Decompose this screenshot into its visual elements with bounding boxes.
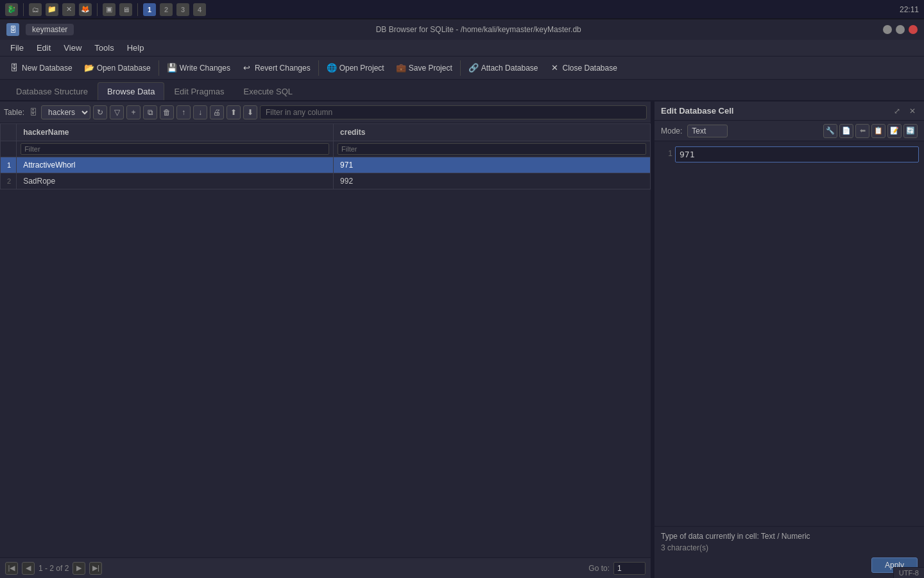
- filter-credits-input[interactable]: [338, 143, 646, 155]
- revert-changes-icon: ↩: [242, 63, 252, 73]
- filter-hacker-name-input[interactable]: [21, 143, 329, 155]
- next-record-button[interactable]: ▶: [73, 562, 85, 575]
- data-table: hackerName credits 1AttractiveWhor: [0, 123, 651, 557]
- taskbar-workspace-1[interactable]: 1: [143, 3, 156, 16]
- write-changes-button[interactable]: 💾 Write Changes: [162, 60, 235, 76]
- goto-label: Go to:: [588, 564, 610, 573]
- credits-cell: 992: [334, 173, 651, 189]
- move-down-button[interactable]: ↓: [193, 105, 207, 119]
- taskbar-workspace-2[interactable]: 2: [160, 3, 173, 16]
- tab-browse-data[interactable]: Browse Data: [98, 82, 164, 100]
- filter-credits-cell: [334, 141, 651, 157]
- panel-close-icon[interactable]: ✕: [907, 106, 918, 116]
- tab-database-structure[interactable]: Database Structure: [6, 82, 98, 100]
- menu-help[interactable]: Help: [122, 41, 150, 55]
- app-icon: 🗄: [6, 23, 19, 36]
- mode-icon-3[interactable]: ⬅: [855, 124, 869, 138]
- print-button[interactable]: 🖨: [210, 105, 224, 119]
- table-icon: 🗄: [30, 108, 37, 117]
- filter-input[interactable]: [260, 105, 647, 119]
- first-record-button[interactable]: |◀: [5, 562, 18, 575]
- menu-tools[interactable]: Tools: [89, 41, 119, 55]
- save-project-button[interactable]: 💼 Save Project: [391, 60, 458, 76]
- mode-icon-4[interactable]: 📋: [871, 124, 886, 138]
- filter-hacker-name-cell: [17, 141, 334, 157]
- move-up-button[interactable]: ↑: [176, 105, 191, 119]
- attach-database-icon: 🔗: [468, 63, 479, 73]
- taskbar-sep-3: [137, 3, 138, 16]
- menubar: File Edit View Tools Help: [0, 40, 924, 57]
- taskbar-workspace-4[interactable]: 4: [193, 3, 206, 16]
- col-credits[interactable]: credits: [334, 124, 651, 141]
- menu-file[interactable]: File: [5, 41, 29, 55]
- table-row[interactable]: 1AttractiveWhorl971: [1, 157, 651, 173]
- maximize-button[interactable]: [896, 25, 905, 34]
- import-button[interactable]: ⬇: [243, 105, 257, 119]
- row-number-cell: 1: [1, 157, 17, 173]
- taskbar-close-icon[interactable]: ✕: [62, 3, 75, 16]
- menu-view[interactable]: View: [58, 41, 87, 55]
- app-name-badge: keymaster: [26, 24, 74, 35]
- new-database-button[interactable]: 🗄 New Database: [4, 60, 78, 76]
- right-panel-title: Edit Database Cell: [661, 106, 887, 116]
- close-database-button[interactable]: ✕ Close Database: [544, 60, 622, 76]
- taskbar-sep-2: [97, 3, 98, 16]
- table-select[interactable]: hackers: [41, 105, 90, 119]
- cell-content-input[interactable]: [675, 146, 919, 162]
- col-hacker-name[interactable]: hackerName: [17, 124, 334, 141]
- toolbar-sep-2: [318, 60, 319, 76]
- goto-input[interactable]: [613, 562, 646, 575]
- open-project-icon: 🌐: [327, 63, 337, 73]
- close-database-icon: ✕: [549, 63, 560, 73]
- statusbar: |◀ ◀ 1 - 2 of 2 ▶ ▶| Go to:: [0, 557, 651, 578]
- menu-edit[interactable]: Edit: [31, 41, 56, 55]
- minimize-button[interactable]: [883, 25, 892, 34]
- taskbar-monitor-icon[interactable]: 🖥: [119, 3, 132, 16]
- prev-record-button[interactable]: ◀: [22, 562, 35, 575]
- taskbar-time: 22:11: [900, 5, 919, 14]
- left-panel: Table: 🗄 hackers ↻ ▽ + ⧉ 🗑 ↑ ↓ 🖨 ⬆ ⬇: [0, 101, 652, 578]
- toolbar-sep-1: [158, 60, 159, 76]
- taskbar-sep-1: [23, 3, 24, 16]
- records-table: hackerName credits 1AttractiveWhor: [0, 123, 651, 189]
- mode-icon-2[interactable]: 📄: [839, 124, 853, 138]
- titlebar: 🗄 keymaster DB Browser for SQLite - /hom…: [0, 19, 924, 40]
- col-row-num: [1, 124, 17, 141]
- open-project-button[interactable]: 🌐 Open Project: [321, 60, 389, 76]
- taskbar-app-icon[interactable]: 🐉: [5, 3, 18, 16]
- mode-icon-6[interactable]: 🔄: [903, 124, 918, 138]
- taskbar-terminal-icon[interactable]: ▣: [103, 3, 116, 16]
- mode-label: Mode:: [661, 127, 682, 136]
- attach-database-button[interactable]: 🔗 Attach Database: [463, 60, 543, 76]
- revert-changes-button[interactable]: ↩ Revert Changes: [237, 60, 316, 76]
- taskbar-folder-icon[interactable]: 📁: [46, 3, 58, 16]
- open-database-button[interactable]: 📂 Open Database: [79, 60, 156, 76]
- tab-edit-pragmas[interactable]: Edit Pragmas: [164, 82, 234, 100]
- toolbar: 🗄 New Database 📂 Open Database 💾 Write C…: [0, 57, 924, 80]
- delete-record-button[interactable]: 🗑: [160, 105, 174, 119]
- taskbar-firefox-icon[interactable]: 🦊: [79, 3, 92, 16]
- duplicate-record-button[interactable]: ⧉: [143, 105, 157, 119]
- table-header-row: hackerName credits: [1, 124, 651, 141]
- filter-button[interactable]: ▽: [110, 105, 124, 119]
- panel-resize-icon[interactable]: ⤢: [892, 106, 902, 116]
- mode-select[interactable]: Text Binary Null RTrim: [687, 125, 728, 137]
- taskbar-workspace-3[interactable]: 3: [176, 3, 189, 16]
- hacker-name-cell: SadRope: [17, 173, 334, 189]
- taskbar-files-icon[interactable]: 🗂: [29, 3, 42, 16]
- row-number-cell: 2: [1, 173, 17, 189]
- table-row[interactable]: 2SadRope992: [1, 173, 651, 189]
- tab-execute-sql[interactable]: Execute SQL: [234, 82, 302, 100]
- close-button[interactable]: [909, 25, 918, 34]
- cell-type-info: Type of data currently in cell: Text / N…: [661, 532, 918, 541]
- last-record-button[interactable]: ▶|: [89, 562, 102, 575]
- cell-editor: 1: [654, 141, 924, 526]
- write-changes-icon: 💾: [167, 63, 177, 73]
- mode-icon-1[interactable]: 🔧: [823, 124, 837, 138]
- refresh-button[interactable]: ↻: [93, 105, 107, 119]
- table-body: 1AttractiveWhorl9712SadRope992: [1, 157, 651, 189]
- mode-icon-5[interactable]: 📝: [887, 124, 902, 138]
- export-button[interactable]: ⬆: [227, 105, 241, 119]
- taskbar: 🐉 🗂 📁 ✕ 🦊 ▣ 🖥 1 2 3 4 22:11: [0, 0, 924, 19]
- new-record-button[interactable]: +: [126, 105, 141, 119]
